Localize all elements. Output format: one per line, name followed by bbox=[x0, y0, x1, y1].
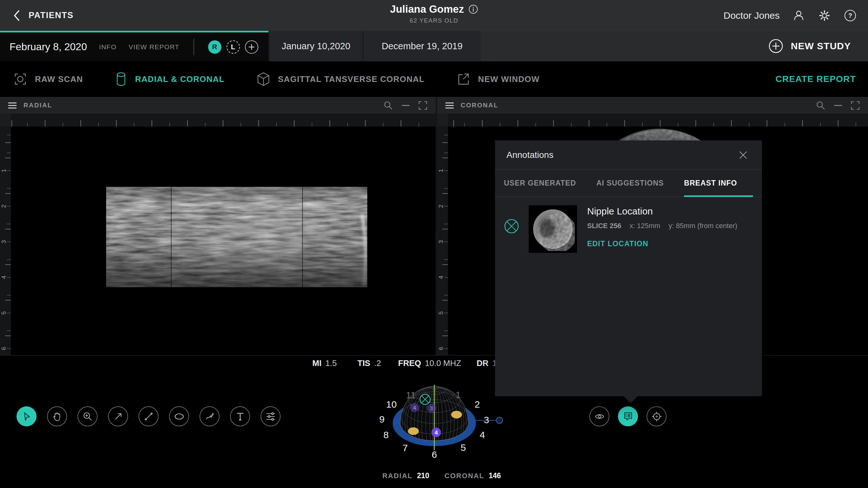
hand-icon bbox=[53, 411, 62, 422]
clock-number: 11 bbox=[406, 390, 415, 401]
annotation-y: y: 85mm (from center) bbox=[669, 222, 737, 230]
tab-user-generated[interactable]: USER GENERATED bbox=[504, 170, 576, 197]
lesion-marker-yellow[interactable] bbox=[408, 427, 419, 435]
visibility-button[interactable] bbox=[589, 406, 609, 426]
ruler-corner bbox=[0, 114, 11, 126]
breast-right-button[interactable]: R bbox=[208, 40, 221, 54]
tab-ai-suggestions[interactable]: AI SUGGESTIONS bbox=[596, 170, 664, 197]
text-icon bbox=[236, 412, 244, 421]
fullscreen-icon[interactable] bbox=[418, 101, 427, 110]
ruler-horizontal bbox=[448, 114, 868, 126]
tool-freehand-button[interactable] bbox=[199, 406, 220, 426]
status-mi: MI1.5 bbox=[312, 356, 337, 371]
measure-icon bbox=[144, 411, 154, 422]
coronal-thumbnail[interactable] bbox=[529, 205, 577, 253]
menu-icon[interactable] bbox=[8, 102, 17, 109]
coronal-slider-handle[interactable] bbox=[496, 417, 503, 424]
clock-number: 5 bbox=[461, 442, 466, 453]
minimize-icon[interactable] bbox=[834, 104, 842, 106]
info-link[interactable]: INFO bbox=[99, 43, 117, 51]
tool-zoom-button[interactable] bbox=[78, 406, 97, 426]
menu-icon[interactable] bbox=[445, 102, 454, 109]
mode-new-window[interactable]: NEW WINDOW bbox=[456, 72, 539, 86]
user-profile-icon[interactable] bbox=[793, 9, 805, 22]
clock-number: 8 bbox=[383, 430, 389, 440]
study-tab-january[interactable]: January 10,2020 bbox=[269, 31, 363, 61]
viewport-radial: RADIAL bbox=[0, 97, 436, 355]
new-study-button[interactable]: NEW STUDY bbox=[769, 31, 868, 61]
status-freq: FREQ10.0 MHZ bbox=[398, 356, 461, 371]
cylinder-icon bbox=[115, 72, 127, 86]
clock-number: 1 bbox=[456, 390, 461, 400]
mode-radial-coronal[interactable]: RADIAL & CORONAL bbox=[115, 72, 225, 86]
clock-number: 6 bbox=[432, 449, 437, 460]
panel-title: Annotations bbox=[506, 150, 554, 160]
tool-ellipse-button[interactable] bbox=[169, 406, 189, 426]
tool-palette bbox=[17, 406, 281, 426]
ruler-number: 3 bbox=[437, 239, 444, 245]
ruler-vertical: 1 2 3 4 5 6 bbox=[437, 126, 448, 355]
study-tab-active[interactable]: February 8, 2020 INFO VIEW REPORT R L bbox=[0, 31, 269, 61]
lesion-marker-purple[interactable]: 4 bbox=[410, 403, 419, 412]
target-button[interactable] bbox=[647, 406, 666, 426]
viewport-radial-body[interactable]: 1 2 3 4 5 6 bbox=[0, 114, 436, 355]
viewport-title: RADIAL bbox=[24, 102, 53, 109]
annotations-button[interactable] bbox=[618, 406, 638, 426]
clock-number: 7 bbox=[403, 443, 408, 453]
create-report-button[interactable]: CREATE REPORT bbox=[776, 74, 868, 84]
tool-arrow-button[interactable] bbox=[108, 406, 128, 426]
ruler-number: 1 bbox=[0, 167, 7, 174]
zoom-icon[interactable] bbox=[816, 101, 826, 110]
tool-cursor-button[interactable] bbox=[17, 406, 36, 426]
breast-clock-widget[interactable]: 4 3 4 1 2 3 4 5 6 7 8 9 10 11 bbox=[375, 380, 508, 485]
svg-text:4: 4 bbox=[413, 405, 416, 410]
cube-icon bbox=[256, 71, 270, 87]
active-study-date: February 8, 2020 bbox=[9, 41, 87, 53]
ruler-corner bbox=[437, 114, 448, 126]
user-area: Doctor Jones ? bbox=[723, 0, 857, 31]
patient-info-icon[interactable] bbox=[468, 4, 478, 14]
lesion-marker-purple[interactable]: 3 bbox=[427, 404, 436, 413]
annotation-list-icon bbox=[623, 411, 633, 422]
settings-gear-icon[interactable] bbox=[818, 9, 831, 22]
study-tab-december[interactable]: December 19, 2019 bbox=[363, 31, 481, 61]
fullscreen-icon[interactable] bbox=[851, 101, 860, 110]
clock-number: 10 bbox=[386, 399, 397, 410]
annotations-tabs: USER GENERATED AI SUGGESTIONS BREAST INF… bbox=[495, 170, 762, 197]
nipple-marker[interactable] bbox=[420, 394, 430, 404]
mode-sagittal-transverse-coronal[interactable]: SAGITTAL TANSVERSE CORONAL bbox=[256, 71, 425, 87]
tool-adjust-button[interactable] bbox=[260, 406, 281, 426]
close-icon[interactable] bbox=[738, 150, 748, 160]
status-dr: DR1 bbox=[476, 356, 497, 371]
lesion-marker-purple-active[interactable]: 4 bbox=[431, 428, 441, 437]
overlay-controls bbox=[589, 406, 666, 426]
freehand-icon bbox=[205, 411, 215, 422]
viewport-title: CORONAL bbox=[461, 102, 498, 109]
annotation-slice: SLICE 256 bbox=[587, 222, 621, 230]
zoom-icon[interactable] bbox=[383, 101, 393, 110]
back-chevron-icon bbox=[13, 9, 20, 22]
mode-label: RADIAL & CORONAL bbox=[135, 74, 225, 84]
top-bar: PATIENTS Juliana Gomez 62 YEARS OLD Doct… bbox=[0, 0, 868, 31]
breast-left-button[interactable]: L bbox=[226, 40, 240, 54]
add-scan-button[interactable] bbox=[245, 40, 258, 54]
back-to-patients-button[interactable]: PATIENTS bbox=[13, 0, 74, 31]
edit-location-button[interactable]: EDIT LOCATION bbox=[587, 240, 737, 248]
mode-label: RAW SCAN bbox=[35, 74, 83, 84]
tab-breast-info[interactable]: BREAST INFO bbox=[684, 170, 737, 197]
study-bar: February 8, 2020 INFO VIEW REPORT R L Ja… bbox=[0, 31, 868, 61]
tool-measure-button[interactable] bbox=[138, 406, 159, 426]
tool-pan-button[interactable] bbox=[47, 406, 67, 426]
radial-ultrasound-image[interactable] bbox=[106, 187, 367, 287]
nipple-marker-icon[interactable] bbox=[504, 219, 519, 234]
patient-name: Juliana Gomez bbox=[390, 3, 464, 15]
mode-raw-scan[interactable]: RAW SCAN bbox=[13, 72, 83, 86]
tool-text-button[interactable] bbox=[230, 406, 250, 426]
ellipse-icon bbox=[174, 413, 185, 421]
lesion-marker-yellow[interactable] bbox=[451, 411, 462, 419]
sliders-icon bbox=[266, 412, 276, 421]
help-icon[interactable]: ? bbox=[844, 9, 857, 22]
view-report-link[interactable]: VIEW REPORT bbox=[129, 43, 180, 51]
ruler-number: 5 bbox=[0, 310, 7, 316]
minimize-icon[interactable] bbox=[402, 104, 409, 106]
